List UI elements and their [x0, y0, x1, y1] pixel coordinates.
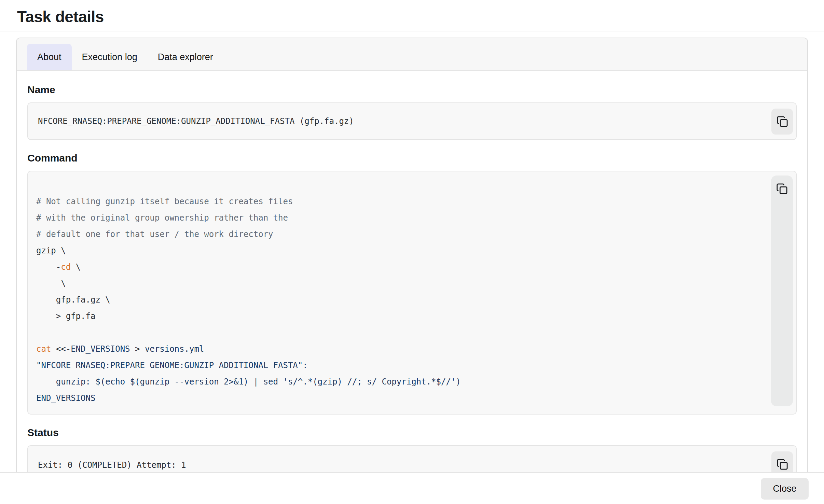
modal-footer: Close [0, 472, 824, 504]
section-heading-name: Name [27, 84, 797, 96]
code-line [36, 324, 755, 341]
copy-icon [777, 116, 788, 127]
code-line: gunzip: $(echo $(gunzip --version 2>&1) … [36, 374, 755, 390]
copy-icon [777, 459, 788, 470]
page-header: Task details [0, 0, 824, 31]
code-line: cat <<-END_VERSIONS > versions.yml [36, 341, 755, 357]
copy-status-button[interactable] [771, 451, 793, 472]
code-line: gzip \ [36, 242, 755, 259]
tab-panel-about: Name NFCORE_RNASEQ:PREPARE_GENOME:GUNZIP… [17, 71, 807, 472]
tab-execution-log[interactable]: Execution log [72, 44, 148, 70]
status-value: Exit: 0 (COMPLETED) Attempt: 1 [28, 446, 796, 472]
command-code: # Not calling gunzip itself because it c… [28, 171, 796, 414]
copy-name-button[interactable] [771, 109, 793, 135]
code-line: gfp.fa.gz \ [36, 292, 755, 308]
code-line: # default one for that user / the work d… [36, 226, 755, 242]
command-scrollbar[interactable] [771, 176, 793, 406]
name-value: NFCORE_RNASEQ:PREPARE_GENOME:GUNZIP_ADDI… [28, 103, 796, 139]
code-line: END_VERSIONS [36, 390, 755, 406]
code-line: > gfp.fa [36, 308, 755, 324]
code-line: # with the original group ownership rath… [36, 210, 755, 226]
name-box: NFCORE_RNASEQ:PREPARE_GENOME:GUNZIP_ADDI… [27, 102, 797, 140]
section-heading-status: Status [27, 427, 797, 438]
copy-icon [776, 183, 788, 195]
tab-data-explorer[interactable]: Data explorer [148, 44, 223, 70]
command-box: # Not calling gunzip itself because it c… [27, 171, 797, 415]
code-line: -cd \ [36, 259, 755, 275]
tab-about[interactable]: About [27, 44, 72, 70]
code-line: # Not calling gunzip itself because it c… [36, 193, 755, 210]
copy-command-button[interactable] [771, 176, 793, 202]
tab-bar: About Execution log Data explorer [17, 38, 807, 71]
page-title: Task details [17, 8, 824, 26]
task-details-card: About Execution log Data explorer Name N… [16, 38, 808, 472]
code-line: \ [36, 275, 755, 292]
status-box: Exit: 0 (COMPLETED) Attempt: 1 [27, 445, 797, 472]
code-line: "NFCORE_RNASEQ:PREPARE_GENOME:GUNZIP_ADD… [36, 357, 755, 374]
close-button[interactable]: Close [761, 478, 809, 500]
section-heading-command: Command [27, 152, 797, 164]
